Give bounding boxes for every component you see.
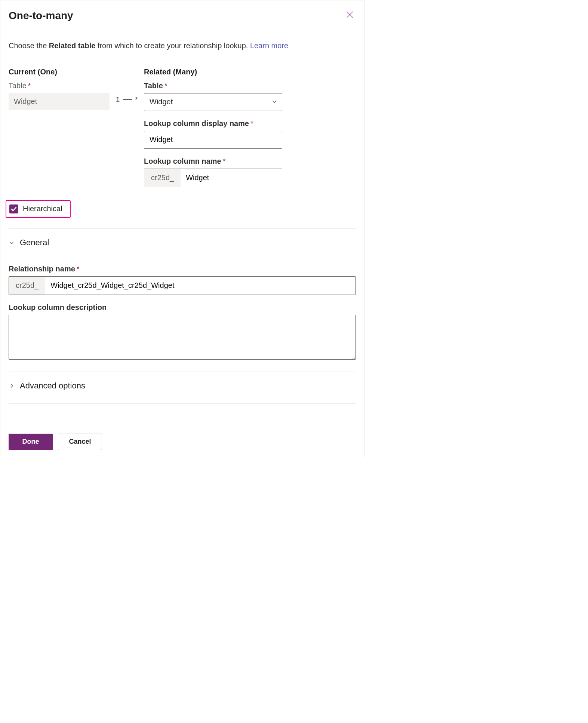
- lookup-description-textarea[interactable]: [9, 315, 356, 360]
- lookup-display-name-field: Lookup column display name*: [144, 119, 356, 149]
- check-icon: [11, 206, 17, 212]
- related-table-field: Table* Widget: [144, 81, 356, 111]
- current-table-field: Table* Widget: [9, 81, 110, 110]
- close-icon: [347, 11, 353, 18]
- general-heading: General: [20, 238, 49, 247]
- lookup-column-name-wrap: cr25d_: [144, 169, 282, 187]
- lookup-display-name-label: Lookup column display name*: [144, 119, 356, 128]
- related-table-label: Table*: [144, 81, 356, 90]
- lookup-description-label: Lookup column description: [9, 303, 356, 312]
- current-table-label: Table*: [9, 81, 110, 90]
- done-button[interactable]: Done: [9, 434, 53, 450]
- general-section-body: Relationship name* cr25d_ Lookup column …: [9, 265, 356, 361]
- cardinality-indicator: 1 *: [110, 68, 144, 196]
- chevron-down-icon: [271, 98, 277, 106]
- relationship-columns: Current (One) Table* Widget 1 * Related …: [9, 68, 356, 196]
- relationship-name-wrap: cr25d_: [9, 276, 356, 295]
- divider: [9, 372, 356, 372]
- advanced-options-heading: Advanced options: [20, 381, 85, 391]
- cancel-button[interactable]: Cancel: [58, 434, 102, 450]
- related-table-select[interactable]: Widget: [144, 93, 282, 111]
- learn-more-link[interactable]: Learn more: [250, 41, 288, 50]
- cardinality-one: 1: [116, 95, 120, 104]
- lookup-description-field: Lookup column description: [9, 303, 356, 361]
- chevron-right-icon: [9, 383, 15, 389]
- current-heading: Current (One): [9, 68, 110, 76]
- current-table-value: Widget: [9, 93, 110, 110]
- related-heading: Related (Many): [144, 68, 356, 76]
- close-button[interactable]: [344, 9, 356, 21]
- chevron-down-icon: [9, 240, 15, 246]
- relationship-name-field: Relationship name* cr25d_: [9, 265, 356, 295]
- cardinality-dash-icon: [123, 99, 132, 100]
- divider: [9, 228, 356, 229]
- panel-footer: Done Cancel: [9, 434, 356, 450]
- lookup-column-name-label: Lookup column name*: [144, 157, 356, 166]
- related-column: Related (Many) Table* Widget Lookup colu…: [144, 68, 356, 196]
- relationship-name-prefix: cr25d_: [9, 277, 45, 295]
- cardinality-many: *: [135, 95, 138, 104]
- panel-title: One-to-many: [9, 9, 73, 22]
- intro-text: Choose the Related table from which to c…: [9, 40, 356, 51]
- advanced-options-expander[interactable]: Advanced options: [9, 379, 356, 393]
- panel-header: One-to-many: [9, 9, 356, 22]
- related-table-value: Widget: [150, 98, 173, 106]
- divider: [9, 403, 356, 404]
- general-expander[interactable]: General: [9, 236, 356, 250]
- hierarchical-label: Hierarchical: [23, 204, 62, 213]
- relationship-name-input[interactable]: [45, 277, 355, 295]
- hierarchical-checkbox-row[interactable]: Hierarchical: [6, 200, 71, 218]
- one-to-many-panel: One-to-many Choose the Related table fro…: [0, 0, 364, 457]
- relationship-name-label: Relationship name*: [9, 265, 356, 273]
- lookup-display-name-input[interactable]: [144, 131, 282, 149]
- hierarchical-checkbox[interactable]: [9, 204, 18, 213]
- lookup-column-name-prefix: cr25d_: [144, 169, 181, 187]
- lookup-column-name-input[interactable]: [181, 169, 282, 187]
- current-column: Current (One) Table* Widget: [9, 68, 110, 196]
- lookup-column-name-field: Lookup column name* cr25d_: [144, 157, 356, 187]
